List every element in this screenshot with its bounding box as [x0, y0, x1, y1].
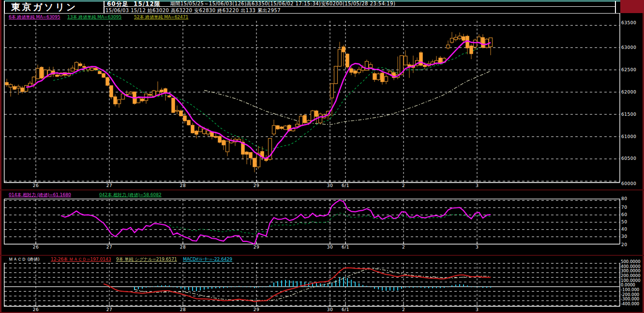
legend-item[interactable]: 9本 単純 シグナル=219.6571: [116, 257, 177, 262]
macd-histogram-bar: [455, 284, 456, 286]
macd-histogram-bar: [192, 287, 193, 291]
candle-bar: [106, 77, 109, 86]
rsi-tick-label: 40: [621, 227, 627, 232]
macd-histogram-bar: [490, 287, 491, 288]
legend-item[interactable]: 52本 終値単純 MA=62471: [134, 15, 188, 19]
price-tick-label: 63000: [621, 46, 636, 50]
macd-histogram-bar: [231, 287, 232, 287]
macd-histogram-bar: [378, 287, 379, 290]
price-tick-label: 61500: [621, 112, 636, 117]
macd-histogram-bar: [463, 284, 464, 287]
candle-bar: [334, 66, 338, 84]
candle-bar: [377, 73, 380, 81]
candle-bar: [118, 100, 121, 108]
rsi-tick-label: 70: [621, 205, 627, 210]
macd-histogram-bar: [157, 286, 158, 287]
candle-bar: [300, 115, 303, 125]
candle-bar: [90, 67, 94, 71]
panel-separator: [0, 255, 644, 256]
period-info: 期間15/05/25～15/06/03(126)高63350(15/06/02 …: [170, 1, 395, 6]
legend-item[interactable]: 042本 相対力 (終値)=58.6082: [99, 193, 162, 197]
candle-bar: [25, 85, 28, 92]
date-label: 29: [254, 308, 259, 312]
legend-item[interactable]: 014本 相対力 (終値)=61.1680: [9, 193, 71, 197]
macd-histogram-bar: [328, 284, 329, 287]
candle-bar: [145, 94, 148, 104]
candle-bar: [226, 141, 229, 156]
candle-bar: [180, 110, 183, 116]
legend-item[interactable]: ＭＡＣＤ (終値): [9, 257, 40, 262]
candle-bar: [141, 98, 144, 102]
legend-item[interactable]: 13本 終値単純 MA=63095: [67, 15, 121, 19]
macd-histogram-bar: [177, 287, 178, 288]
macd-tick-label: 400.0000: [621, 265, 641, 269]
macd-histogram-bar: [146, 287, 147, 288]
macd-histogram-bar: [258, 287, 259, 288]
macd-histogram: [134, 277, 491, 292]
candle-bar: [276, 125, 280, 130]
date-label: 2: [402, 308, 405, 312]
macd-histogram-bar: [211, 287, 212, 289]
candle-bar: [342, 45, 345, 66]
candle-bar: [71, 65, 75, 72]
macd-histogram-bar: [304, 282, 305, 287]
macd-histogram-bar: [432, 287, 433, 288]
macd-tick-label: 100.0000: [621, 279, 641, 283]
date-label: 3: [476, 308, 479, 312]
macd-tick-label: -200.000: [621, 293, 639, 297]
candle-bar: [164, 88, 167, 101]
macd-histogram-bar: [180, 287, 181, 289]
candle-bar: [303, 114, 307, 124]
timeframe-label: 60分足 15/12限: [107, 1, 161, 7]
candle-bar: [102, 73, 105, 78]
legend-item[interactable]: 12-26本 ＭＡＣＤ=197.0143: [51, 257, 111, 262]
macd-histogram-bar: [250, 287, 251, 287]
macd-histogram-bar: [235, 286, 236, 287]
macd-histogram-bar: [397, 287, 398, 291]
candle-bar: [478, 34, 481, 43]
price-tick-label: 62000: [621, 90, 636, 94]
legend-item[interactable]: 6本 終値単純 MA=63095: [9, 15, 60, 19]
candle-bar: [36, 64, 40, 79]
candle-bar: [470, 44, 473, 59]
macd-histogram-bar: [277, 281, 278, 286]
date-label: 30: [327, 308, 333, 312]
macd-histogram-bar: [270, 285, 270, 287]
date-label: 6/1: [342, 245, 349, 250]
macd-histogram-bar: [138, 287, 139, 289]
date-label: 27: [106, 184, 112, 188]
macd-histogram-bar: [401, 287, 402, 289]
macd-histogram-bar: [184, 287, 185, 290]
header-right-border: [615, 1, 616, 13]
macd-histogram-bar: [475, 287, 476, 287]
date-label: 3: [476, 184, 479, 188]
candle-bar: [9, 83, 13, 97]
date-label: 2: [402, 245, 405, 250]
candle-bar: [40, 66, 44, 79]
candle-bar: [114, 94, 117, 107]
rsi-tick-label: 80: [621, 197, 627, 201]
legend-item[interactable]: MACDｵｼﾚｰﾀｰ=-22.6429: [183, 257, 232, 262]
candle-bar: [168, 95, 171, 98]
candle-bar: [137, 97, 140, 103]
date-label: 28: [180, 245, 186, 250]
panel-separator: [0, 189, 644, 190]
price-tick-label: 60500: [621, 156, 636, 161]
candle-bar: [385, 74, 388, 84]
candle-bar: [75, 62, 78, 70]
macd-histogram-bar: [142, 287, 143, 289]
macd-histogram-bar: [227, 287, 228, 288]
macd-histogram-bar: [471, 287, 472, 287]
macd-histogram-bar: [285, 280, 286, 287]
date-label: 26: [33, 184, 39, 188]
candle-bar: [5, 79, 9, 87]
chart-canvas[interactable]: [0, 0, 644, 313]
candle-bar: [454, 34, 458, 42]
price-tick-label: 63500: [621, 21, 636, 25]
date-label: 27: [106, 308, 112, 312]
date-label: 6/1: [342, 308, 349, 312]
candle-bar: [481, 34, 485, 48]
candle-bar: [346, 53, 349, 68]
macd-histogram-bar: [246, 287, 247, 287]
candle-bar: [79, 62, 82, 67]
